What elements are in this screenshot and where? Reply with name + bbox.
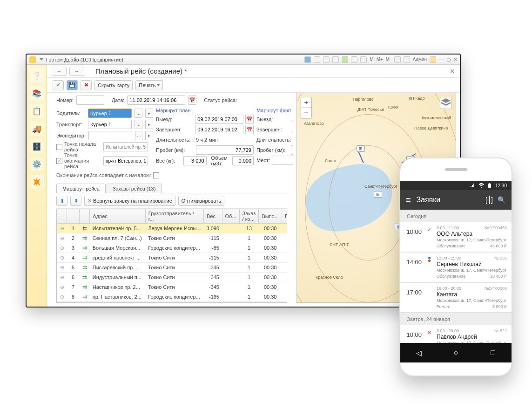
sidebar-settings-icon[interactable]: ⚙️	[30, 157, 44, 171]
request-card[interactable]: 17:00 16:00 - 20:00 №:УТ00200 Кантата Мо…	[400, 282, 512, 313]
sidebar-help-icon[interactable]: ❔	[30, 68, 44, 82]
nav-forward-button[interactable]: →	[69, 67, 84, 76]
end-point-input[interactable]	[103, 156, 148, 165]
table-row[interactable]: ⊕7⇉Наставников пр. 2...Токио Сити-345100…	[57, 282, 288, 292]
calendar-icon[interactable]: 📅	[188, 96, 196, 105]
tab-route[interactable]: Маршрут рейса	[56, 184, 106, 193]
open-icon[interactable]: ▸	[145, 120, 153, 129]
waypoint-icon[interactable]: ⊞	[374, 191, 382, 198]
grid-column-header[interactable]: Вес	[203, 209, 222, 224]
search-icon[interactable]	[323, 56, 330, 63]
sidebar-truck-icon[interactable]: 🚚	[30, 122, 44, 136]
grid-column-header[interactable]: Выпо...	[259, 209, 282, 224]
link-icon[interactable]	[332, 56, 339, 63]
memory-m-plus[interactable]: М+	[377, 57, 383, 62]
transport-input[interactable]	[88, 120, 132, 129]
print-icon[interactable]	[314, 56, 320, 63]
nav-back-icon[interactable]: ◁	[415, 349, 423, 357]
hide-map-button[interactable]: Скрыть карту	[94, 80, 133, 90]
end-point-checkbox[interactable]: ✓	[56, 158, 62, 164]
grid-column-header[interactable]	[67, 209, 80, 224]
plan-depart-input[interactable]	[195, 115, 243, 124]
plan-mileage-input[interactable]	[196, 145, 254, 155]
calendar-icon[interactable]: 📅	[245, 125, 254, 134]
grid-column-header[interactable]: Грузоотправитель / г...	[145, 209, 203, 224]
exped-input[interactable]	[88, 131, 132, 140]
help-icon[interactable]	[430, 56, 436, 63]
weight-input[interactable]	[183, 156, 207, 165]
driver-input[interactable]	[88, 109, 132, 118]
table-row[interactable]: ⊕1⇇Испытателей пр. 5...Леруа Мерлен Испы…	[57, 224, 288, 233]
select-icon[interactable]: …	[135, 109, 142, 118]
minimize-icon[interactable]: —	[439, 57, 444, 62]
volume-input[interactable]	[232, 156, 254, 165]
close-icon[interactable]: ✕	[453, 57, 457, 62]
table-row[interactable]: ⊕8⇉пр. Наставников, 2...Городские кондит…	[57, 292, 288, 302]
sidebar-database-icon[interactable]: 🗄️	[30, 139, 44, 153]
page-close-icon[interactable]: ✕	[450, 68, 455, 75]
maximize-icon[interactable]: ▢	[446, 57, 451, 62]
calendar-icon[interactable]: 📅	[245, 115, 254, 124]
open-icon[interactable]: ▸	[145, 131, 153, 140]
move-up-button[interactable]: ⬆	[56, 196, 67, 206]
open-icon[interactable]: ▸	[145, 109, 153, 118]
grid-column-header[interactable]: Адрес	[90, 209, 146, 224]
scan-icon[interactable]: [┃]	[485, 196, 494, 204]
seats-input[interactable]	[272, 156, 293, 165]
table-row[interactable]: ⊕2⇉Сенная пл. 7 (Сан...)Токио Сити-11510…	[57, 233, 288, 243]
table-row[interactable]: ⊕4⇉средний проспект ...Токио Сити-115100…	[57, 253, 288, 263]
move-down-button[interactable]: ⬇	[70, 196, 81, 206]
calendar-icon[interactable]	[351, 56, 357, 63]
zoom-out-button[interactable]: −	[301, 108, 311, 118]
optimize-button[interactable]: Оптимизировать	[178, 196, 224, 206]
save-button[interactable]: 💾	[67, 80, 78, 90]
date-input[interactable]	[127, 96, 185, 105]
save-icon[interactable]	[304, 56, 311, 63]
zoom-in-button[interactable]: +	[301, 97, 311, 108]
number-input[interactable]	[76, 96, 104, 105]
tab-orders[interactable]: Заказы рейса (13)	[107, 184, 162, 193]
memory-m-minus[interactable]: М-	[386, 57, 391, 62]
grid-column-header[interactable]	[57, 209, 67, 224]
table-row[interactable]: ⊕9⇉пр-кт Шлиссельбу...Токио Сити-115100:…	[57, 302, 288, 303]
grid-column-header[interactable]: Пр...	[282, 209, 287, 224]
nav-home-icon[interactable]: ○	[451, 349, 460, 357]
refresh-icon[interactable]	[342, 56, 348, 63]
coincide-checkbox[interactable]	[153, 172, 159, 178]
search-icon[interactable]: 🔍	[497, 196, 506, 204]
grid-column-header[interactable]	[80, 209, 90, 224]
settings-icon[interactable]	[394, 56, 401, 63]
sidebar-books-icon[interactable]: 📚	[30, 86, 44, 100]
save-and-close-button[interactable]: ✔︎	[53, 80, 64, 90]
chevron-down-icon[interactable]	[40, 58, 43, 61]
hamburger-icon[interactable]: ≡	[406, 195, 411, 205]
calculator-icon[interactable]	[360, 56, 367, 63]
table-row[interactable]: ⊕6⇉Индустриальный п...Токио Сити-345100:…	[57, 273, 288, 282]
select-icon[interactable]: …	[135, 120, 142, 129]
table-row[interactable]: ⊕5⇉Пискаревский пр. ...Токио Сити-345100…	[57, 263, 288, 273]
grid-column-header[interactable]: Заказ / ко...	[239, 209, 259, 224]
return-request-button[interactable]: ✕Вернуть заявку на планирование	[84, 196, 175, 206]
table-row[interactable]: ⊕3⇉Большая Морская...Городские кондитер.…	[57, 243, 288, 253]
sidebar-clipboard-icon[interactable]: 📋	[30, 104, 44, 118]
nav-back-button[interactable]: ←	[52, 67, 67, 76]
request-card[interactable]: 10:00 ✓ 8:00 - 11:00 №:УТ00456 ООО Альте…	[400, 222, 512, 252]
request-card[interactable]: 14:00 12:00 - 15:00 № 235 Сергеев Никола…	[400, 252, 512, 282]
request-card[interactable]: 10:00 ✕ 8:00 - 20:00 № 522 Павлов Андрей…	[400, 325, 512, 343]
start-point-input[interactable]	[103, 142, 148, 151]
nav-recent-icon[interactable]: □	[489, 349, 497, 357]
phone-content[interactable]: Сегодня 10:00 ✓ 8:00 - 11:00 №:УТ00456 О…	[400, 210, 512, 343]
memory-m[interactable]: М	[370, 57, 373, 62]
plan-finish-input[interactable]	[195, 125, 243, 134]
map-zoom-control[interactable]: + −	[301, 97, 312, 118]
map-layers-icon[interactable]	[440, 97, 452, 109]
cancel-button[interactable]: ✖	[81, 80, 92, 90]
waypoint-icon[interactable]: ⊞	[357, 145, 365, 152]
route-grid[interactable]: АдресГрузоотправитель / г...ВесОб...Зака…	[56, 209, 287, 303]
fact-mileage-input[interactable]	[291, 145, 293, 155]
grid-column-header[interactable]: Об...	[222, 209, 239, 224]
sidebar-star-icon[interactable]: ✴️	[30, 175, 44, 189]
start-point-checkbox[interactable]	[56, 144, 62, 150]
select-icon[interactable]: …	[135, 131, 143, 140]
print-button[interactable]: Печать	[135, 80, 163, 90]
